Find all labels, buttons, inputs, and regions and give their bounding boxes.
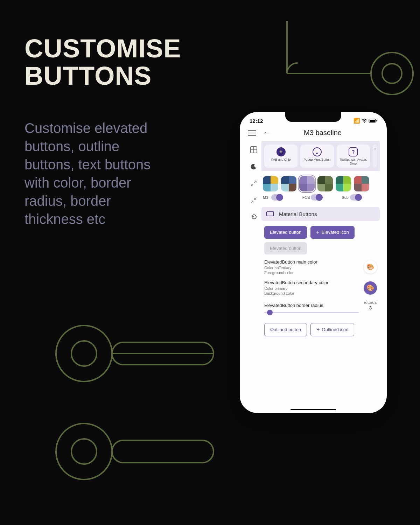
svg-point-0: [371, 52, 413, 94]
palette-row: [261, 171, 380, 194]
grid-icon[interactable]: [250, 146, 258, 154]
svg-point-8: [364, 121, 365, 122]
svg-rect-10: [370, 120, 375, 122]
plus-circle-icon: +: [276, 147, 286, 156]
moon-icon[interactable]: [250, 163, 258, 170]
chip-fab[interactable]: + FAB and Chip: [264, 145, 298, 168]
prop-sub: Color primary: [264, 286, 360, 291]
status-bar: 12:12 📶: [246, 116, 380, 127]
status-time: 12:12: [250, 118, 263, 124]
elevated-icon-button[interactable]: +Elevated icon: [310, 226, 354, 239]
palette-swatch-0[interactable]: [263, 176, 278, 191]
main-content: + FAB and Chip ⌄ Popup MenuButton ? Tool…: [261, 141, 380, 413]
plus-icon: +: [316, 230, 319, 235]
signal-icon: 📶: [354, 118, 360, 124]
palette-swatch-3[interactable]: [317, 176, 333, 191]
component-chip-row: + FAB and Chip ⌄ Popup MenuButton ? Tool…: [261, 141, 380, 171]
back-button[interactable]: ←: [263, 129, 271, 137]
chevron-down-circle-icon: ⌄: [313, 147, 322, 156]
home-indicator[interactable]: [290, 409, 336, 410]
app-bar: ← M3 baseline: [246, 127, 380, 141]
toggle-sub[interactable]: [350, 194, 362, 201]
outlined-icon-button[interactable]: +Outlined icon: [310, 323, 354, 336]
toggle-label-fcs: FCS: [302, 195, 309, 200]
chip-popup-menu[interactable]: ⌄ Popup MenuButton: [300, 145, 334, 168]
palette-swatch-4[interactable]: [336, 176, 351, 191]
prop-main-color: ElevatedButton main color Color onTertia…: [261, 258, 380, 279]
undo-icon[interactable]: [250, 213, 258, 221]
expand-icon[interactable]: [250, 180, 258, 187]
prop-sub: Background color: [264, 291, 360, 296]
chip-more[interactable]: C: [373, 145, 377, 168]
phone-frame: 12:12 📶 ← M3 baseline: [240, 112, 387, 413]
collapse-icon[interactable]: [250, 196, 258, 204]
prop-sub: Color onTertiary: [264, 265, 360, 270]
toggle-label-m3: M3: [263, 195, 269, 200]
prop-sub: Foreground color: [264, 270, 360, 275]
promo-subcopy: Customise elevated buttons, outline butt…: [24, 119, 172, 228]
palette-icon: 🎨: [366, 284, 374, 292]
prop-title: ElevatedButton secondary color: [264, 280, 360, 285]
section-material-buttons[interactable]: Material Buttons: [261, 207, 380, 221]
svg-rect-7: [112, 440, 214, 463]
nav-rail: [246, 141, 261, 413]
page-title: M3 baseline: [278, 129, 368, 137]
prop-title: ElevatedButton main color: [264, 259, 360, 265]
toggle-m3[interactable]: [271, 194, 283, 201]
palette-swatch-5[interactable]: [354, 176, 369, 191]
svg-rect-4: [112, 342, 214, 365]
elevated-button[interactable]: Elevated button: [264, 226, 307, 239]
radius-readout: RADIUS 3: [364, 301, 377, 310]
promo-heading: CUSTOMISE BUTTONS: [24, 35, 181, 89]
elevated-button-disabled: Elevated button: [264, 242, 307, 254]
palette-swatch-1[interactable]: [281, 176, 296, 191]
svg-rect-11: [376, 120, 377, 121]
button-panel-icon: [266, 211, 274, 216]
help-square-icon: ?: [349, 147, 358, 156]
svg-point-3: [71, 341, 97, 366]
svg-point-2: [56, 326, 112, 382]
section-title: Material Buttons: [279, 211, 317, 217]
chip-tooltip[interactable]: ? Tooltip, Icon Avatar, Drop: [337, 145, 370, 168]
svg-point-1: [382, 64, 402, 83]
svg-point-6: [71, 439, 97, 464]
color-picker-secondary[interactable]: 🎨: [364, 281, 377, 295]
battery-icon: [369, 118, 377, 124]
prop-secondary-color: ElevatedButton secondary color Color pri…: [261, 279, 380, 300]
plus-icon: +: [316, 327, 320, 332]
outlined-button[interactable]: Outlined button: [264, 323, 307, 336]
prop-title: ElevatedButton border radius: [264, 303, 360, 308]
svg-point-5: [56, 424, 112, 479]
radius-slider[interactable]: [264, 312, 359, 313]
wifi-icon: [362, 118, 367, 124]
palette-icon: 🎨: [366, 263, 374, 271]
slider-thumb[interactable]: [267, 310, 273, 315]
toggle-fcs[interactable]: [311, 194, 323, 201]
color-picker-main[interactable]: 🎨: [364, 260, 377, 274]
toggle-row: M3 FCS Sub: [261, 194, 380, 205]
toggle-label-sub: Sub: [342, 195, 348, 200]
palette-swatch-2[interactable]: [299, 176, 315, 191]
menu-icon[interactable]: [248, 130, 256, 136]
